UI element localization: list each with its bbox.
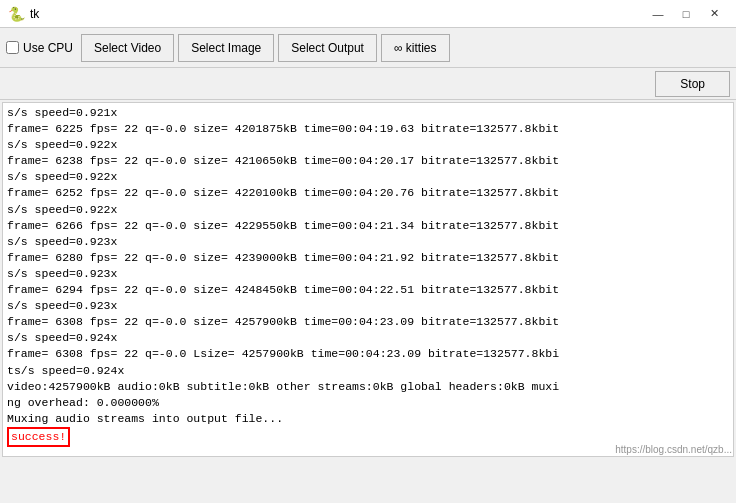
- stop-button[interactable]: Stop: [655, 71, 730, 97]
- console-line: s/s speed=0.923x: [7, 298, 729, 314]
- select-image-button[interactable]: Select Image: [178, 34, 274, 62]
- use-cpu-label[interactable]: Use CPU: [6, 41, 73, 55]
- toolbar: Use CPU Select Video Select Image Select…: [0, 28, 736, 68]
- console-line: s/s speed=0.923x: [7, 234, 729, 250]
- watermark: https://blog.csdn.net/qzb...: [615, 444, 732, 455]
- console-line: Muxing audio streams into output file...: [7, 411, 729, 427]
- select-output-button[interactable]: Select Output: [278, 34, 377, 62]
- console-line: frame= 6294 fps= 22 q=-0.0 size= 4248450…: [7, 282, 729, 298]
- console-line: frame= 6266 fps= 22 q=-0.0 size= 4229550…: [7, 218, 729, 234]
- console-line: frame= 6252 fps= 22 q=-0.0 size= 4220100…: [7, 185, 729, 201]
- console-line: s/s speed=0.922x: [7, 202, 729, 218]
- console-line: s/s speed=0.924x: [7, 330, 729, 346]
- console-line: s/s speed=0.922x: [7, 169, 729, 185]
- console-line: frame= 6238 fps= 22 q=-0.0 size= 4210650…: [7, 153, 729, 169]
- select-video-button[interactable]: Select Video: [81, 34, 174, 62]
- app-icon: 🐍: [8, 6, 24, 22]
- use-cpu-checkbox[interactable]: [6, 41, 19, 54]
- console-line: s/s speed=0.922x: [7, 137, 729, 153]
- console-output[interactable]: s/s speed=0.921xframe= 6225 fps= 22 q=-0…: [2, 102, 734, 457]
- kitties-button[interactable]: ∞ kitties: [381, 34, 450, 62]
- console-line: s/s speed=0.923x: [7, 266, 729, 282]
- app-title: tk: [30, 7, 39, 21]
- console-line: frame= 6308 fps= 22 q=-0.0 size= 4257900…: [7, 314, 729, 330]
- title-bar: 🐍 tk — □ ✕: [0, 0, 736, 28]
- stop-row: Stop: [0, 68, 736, 100]
- close-button[interactable]: ✕: [700, 4, 728, 24]
- console-line: ts/s speed=0.924x: [7, 363, 729, 379]
- maximize-button[interactable]: □: [672, 4, 700, 24]
- console-line: ng overhead: 0.000000%: [7, 395, 729, 411]
- console-line: frame= 6280 fps= 22 q=-0.0 size= 4239000…: [7, 250, 729, 266]
- use-cpu-text: Use CPU: [23, 41, 73, 55]
- console-line: s/s speed=0.921x: [7, 105, 729, 121]
- console-line: frame= 6308 fps= 22 q=-0.0 Lsize= 425790…: [7, 346, 729, 362]
- console-line: video:4257900kB audio:0kB subtitle:0kB o…: [7, 379, 729, 395]
- minimize-button[interactable]: —: [644, 4, 672, 24]
- console-line: frame= 6225 fps= 22 q=-0.0 size= 4201875…: [7, 121, 729, 137]
